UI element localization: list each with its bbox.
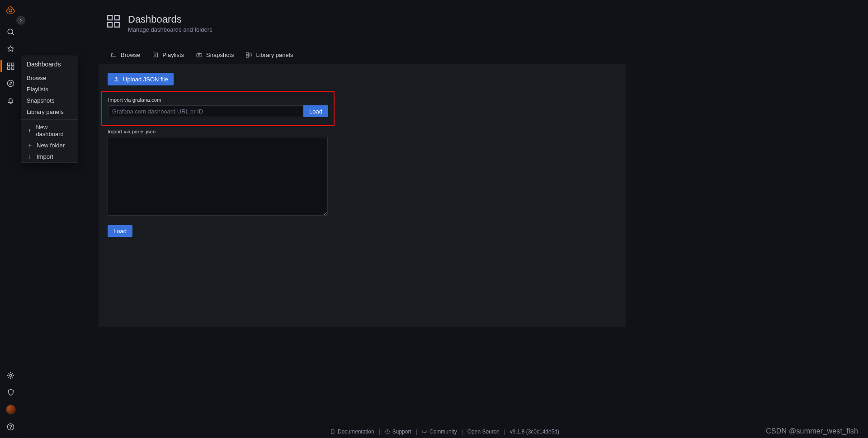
- footer-link-label: Community: [429, 429, 457, 435]
- import-via-grafana-highlight: Import via grafana.com Load: [101, 91, 335, 126]
- question-icon: [385, 429, 390, 434]
- footer-open-source[interactable]: Open Source: [467, 429, 500, 435]
- svg-point-0: [9, 9, 12, 11]
- expand-nav-button[interactable]: [16, 16, 25, 25]
- flyout-item-library[interactable]: Library panels: [21, 106, 78, 118]
- chat-icon: [422, 429, 427, 434]
- svg-point-9: [10, 428, 11, 429]
- tab-snapshots[interactable]: Snapshots: [196, 52, 234, 58]
- svg-rect-13: [115, 23, 119, 27]
- doc-icon: [330, 429, 335, 434]
- flyout-separator: [21, 119, 78, 120]
- svg-rect-3: [11, 63, 14, 66]
- grafana-url-input[interactable]: [108, 105, 303, 117]
- nav-search[interactable]: [0, 23, 21, 40]
- flyout-action-import[interactable]: + Import: [21, 151, 78, 162]
- svg-rect-11: [115, 15, 119, 20]
- upload-json-label: Upload JSON file: [123, 76, 168, 83]
- footer-link-label: Support: [392, 429, 411, 435]
- page-title: Dashboards: [128, 14, 212, 25]
- footer-separator: |: [504, 429, 505, 435]
- flyout-action-label: Import: [37, 153, 53, 160]
- plus-icon: +: [27, 127, 32, 134]
- plus-icon: +: [27, 142, 33, 149]
- flyout-item-browse[interactable]: Browse: [21, 72, 78, 84]
- nav-server-admin[interactable]: [0, 384, 21, 401]
- load-json-button[interactable]: Load: [108, 225, 132, 237]
- content-panel: Upload JSON file Import via grafana.com …: [99, 64, 626, 327]
- dashboards-flyout: Dashboards Browse Playlists Snapshots Li…: [21, 56, 78, 163]
- tab-label: Snapshots: [206, 52, 234, 58]
- load-json-label: Load: [113, 228, 127, 235]
- tab-label: Browse: [121, 52, 140, 58]
- avatar: [6, 405, 16, 414]
- nav-explore[interactable]: [0, 75, 21, 92]
- svg-rect-4: [7, 67, 10, 70]
- footer-separator: |: [416, 429, 417, 435]
- svg-rect-14: [153, 53, 158, 57]
- tab-playlists[interactable]: Playlists: [152, 52, 184, 58]
- nav-starred[interactable]: [0, 40, 21, 57]
- footer-separator: |: [379, 429, 380, 435]
- svg-rect-10: [108, 15, 112, 20]
- nav-dashboards[interactable]: [0, 57, 21, 75]
- footer-support[interactable]: Support: [385, 429, 411, 435]
- svg-rect-19: [250, 54, 252, 56]
- flyout-action-new-folder[interactable]: + New folder: [21, 140, 78, 151]
- load-grafana-button[interactable]: Load: [303, 105, 328, 117]
- dashboards-icon: [106, 14, 121, 30]
- footer-version: v9.1.8 (3c0c14de5d): [510, 429, 559, 435]
- page: Dashboards Manage dashboards and folders…: [99, 0, 626, 438]
- svg-rect-17: [246, 52, 249, 55]
- svg-rect-15: [197, 53, 202, 57]
- flyout-item-playlists[interactable]: Playlists: [21, 84, 78, 95]
- flyout-action-label: New dashboard: [36, 124, 72, 137]
- upload-json-button[interactable]: Upload JSON file: [108, 73, 174, 85]
- flyout-action-new-dashboard[interactable]: + New dashboard: [21, 122, 78, 140]
- page-header: Dashboards Manage dashboards and folders: [99, 0, 626, 33]
- tab-library-panels[interactable]: Library panels: [245, 52, 293, 58]
- flyout-title[interactable]: Dashboards: [21, 56, 78, 72]
- import-grafana-label: Import via grafana.com: [108, 97, 328, 103]
- page-subtitle: Manage dashboards and folders: [128, 26, 212, 33]
- nav-configuration[interactable]: [0, 367, 21, 384]
- load-button-label: Load: [309, 108, 322, 115]
- svg-rect-18: [246, 55, 249, 57]
- tabs: Browse Playlists Snapshots Library panel…: [99, 47, 626, 62]
- footer: Documentation | Support | Community | Op…: [21, 425, 868, 438]
- tab-browse[interactable]: Browse: [110, 52, 140, 58]
- watermark: CSDN @summer_west_fish: [766, 427, 858, 435]
- upload-icon: [113, 76, 119, 82]
- footer-link-label: Open Source: [467, 429, 500, 435]
- svg-rect-5: [11, 67, 14, 70]
- tab-label: Playlists: [162, 52, 184, 58]
- import-json-label: Import via panel json: [108, 129, 617, 134]
- footer-documentation[interactable]: Documentation: [330, 429, 374, 435]
- nav-alerting[interactable]: [0, 92, 21, 109]
- svg-point-7: [9, 374, 12, 377]
- panel-json-textarea[interactable]: [108, 137, 328, 216]
- footer-separator: |: [462, 429, 463, 435]
- svg-rect-12: [108, 23, 112, 27]
- flyout-item-snapshots[interactable]: Snapshots: [21, 95, 78, 106]
- nav-help[interactable]: [0, 418, 21, 435]
- footer-community[interactable]: Community: [422, 429, 457, 435]
- footer-link-label: Documentation: [338, 429, 374, 435]
- svg-rect-2: [7, 63, 10, 66]
- svg-point-16: [198, 54, 200, 56]
- nav-rail: [0, 0, 21, 438]
- tab-label: Library panels: [256, 52, 293, 58]
- nav-profile[interactable]: [0, 401, 21, 418]
- footer-version-text: v9.1.8 (3c0c14de5d): [510, 429, 559, 435]
- flyout-action-label: New folder: [37, 142, 65, 149]
- svg-point-6: [7, 80, 14, 86]
- plus-icon: +: [27, 154, 33, 160]
